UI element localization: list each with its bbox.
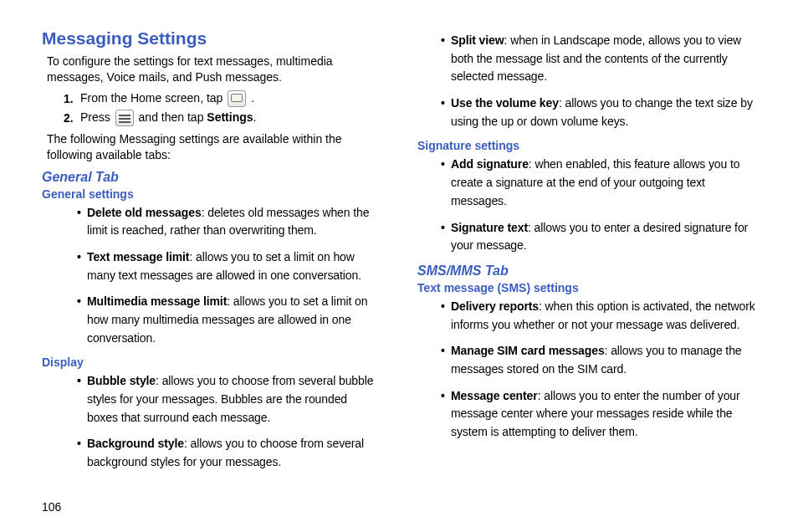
add-sig-label: Add signature (451, 157, 529, 171)
general-tab-heading: General Tab (42, 170, 381, 185)
step-1-post: . (251, 90, 254, 104)
list-item: Add signature: when enabled, this featur… (451, 156, 756, 210)
vol-label: Use the volume key (451, 96, 559, 110)
step-2-mid: and then tap (139, 110, 207, 123)
list-item: Multimedia message limit: allows you to … (87, 293, 381, 347)
step-2: 2. Press and then tap Settings. (64, 110, 381, 126)
display-heading: Display (42, 356, 381, 369)
list-item: Use the volume key: allows you to change… (451, 95, 756, 130)
bubble-label: Bubble style (87, 374, 156, 387)
page-number: 106 (42, 500, 61, 514)
list-item: Split view: when in Landscape mode, allo… (451, 32, 756, 86)
step-2-pre: Press (80, 110, 114, 123)
text-limit-label: Text message limit (87, 250, 189, 263)
mm-limit-label: Multimedia message limit (87, 294, 227, 308)
split-label: Split view (451, 33, 504, 47)
list-item: Delivery reports: when this option is ac… (451, 298, 756, 334)
step-1-number: 1. (64, 92, 80, 105)
step-1: 1. From the Home screen, tap . (64, 90, 381, 107)
messaging-icon (228, 90, 246, 107)
sig-text-label: Signature text (451, 221, 528, 234)
sim-label: Manage SIM card messages (451, 344, 605, 357)
settings-label: Settings (207, 110, 253, 123)
list-item: Background style: allows you to choose f… (87, 435, 381, 471)
sms-tab-heading: SMS/MMS Tab (417, 263, 756, 279)
general-settings-heading: General settings (42, 187, 381, 201)
list-item: Text message limit: allows you to set a … (87, 248, 381, 284)
page-title: Messaging Settings (42, 28, 381, 49)
list-item: Signature text: allows you to enter a de… (451, 219, 756, 255)
list-item: Bubble style: allows you to choose from … (87, 372, 381, 427)
right-column: Split view: when in Landscape mode, allo… (417, 28, 756, 480)
step-2-number: 2. (64, 111, 80, 125)
center-label: Message center (451, 389, 538, 402)
bg-label: Background style (87, 437, 184, 450)
delivery-label: Delivery reports (451, 299, 539, 313)
menu-icon (115, 110, 134, 126)
step-2-post: . (253, 110, 257, 123)
delete-old-label: Delete old messages (87, 206, 202, 219)
list-item: Delete old messages: deletes old message… (87, 204, 381, 240)
step-1-pre: From the Home screen, tap (80, 90, 226, 104)
signature-settings-heading: Signature settings (417, 139, 756, 152)
left-column: Messaging Settings To configure the sett… (42, 28, 381, 480)
list-item: Manage SIM card messages: allows you to … (451, 342, 756, 378)
list-item: Message center: allows you to enter the … (451, 387, 756, 442)
follow-text: The following Messaging settings are ava… (47, 131, 381, 163)
sms-settings-heading: Text message (SMS) settings (417, 281, 756, 294)
intro-text: To configure the settings for text messa… (47, 54, 381, 85)
